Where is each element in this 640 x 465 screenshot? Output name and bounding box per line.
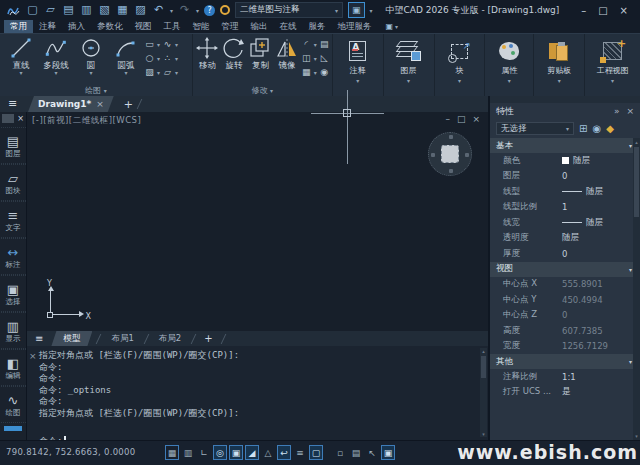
- qat-customize-dropdown-icon[interactable]: ▾: [370, 7, 373, 14]
- tab-output[interactable]: 输出: [245, 20, 274, 33]
- property-row-thickness[interactable]: 厚度 0: [490, 246, 640, 262]
- scroll-up-icon[interactable]: ▴: [633, 139, 640, 145]
- panel-engineering-views[interactable]: + 工程视图 ▾: [585, 34, 640, 96]
- property-row-layer[interactable]: 图层 0: [490, 169, 640, 185]
- section-view[interactable]: 视图 ▾: [490, 262, 640, 277]
- dyn-input-icon[interactable]: ↩: [277, 445, 291, 460]
- sidebar-item-select[interactable]: ▣ 选择: [1, 275, 26, 312]
- add-layout-button[interactable]: +: [200, 333, 216, 344]
- panel-label-draw[interactable]: 绘图 ▾: [0, 85, 192, 96]
- undo-dropdown-icon[interactable]: ▾: [170, 7, 173, 14]
- chevron-down-icon[interactable]: ▾: [54, 70, 57, 76]
- dyn-ucs-icon[interactable]: △: [261, 445, 275, 460]
- copy-tool[interactable]: 复制: [248, 36, 274, 78]
- polyline-tool[interactable]: 多段线 ▾: [39, 36, 73, 78]
- property-row-lineweight[interactable]: 线宽 随层: [490, 215, 640, 231]
- polar-icon[interactable]: ◎: [213, 445, 227, 460]
- qat-customize-button[interactable]: ▣: [348, 2, 365, 18]
- erase-tool[interactable]: ◺: [319, 53, 330, 64]
- workspace-dropdown[interactable]: 二维草图与注释 ▾: [235, 2, 343, 18]
- grid-icon[interactable]: ▦: [165, 445, 179, 460]
- tab-tools[interactable]: 工具: [158, 20, 187, 33]
- property-row-ucs[interactable]: 打开 UCS ... 是: [490, 385, 640, 401]
- scrollbar-thumb[interactable]: [634, 147, 639, 217]
- panel-block[interactable]: ↗ 块 ▾: [435, 34, 486, 96]
- close-tab-icon[interactable]: ×: [96, 99, 104, 109]
- scroll-down-icon[interactable]: ▾: [480, 431, 487, 437]
- selection-dropdown[interactable]: 无选择 ▾: [496, 122, 574, 135]
- tab-online[interactable]: 在线: [274, 20, 303, 33]
- property-row-annotation-scale[interactable]: 注释比例 1:1: [490, 369, 640, 385]
- property-row-width[interactable]: 宽度 1256.7129: [490, 339, 640, 355]
- save-icon[interactable]: ▤: [62, 3, 75, 17]
- copy-icon[interactable]: ▧: [98, 3, 111, 17]
- mirror-tool[interactable]: 镜像: [274, 36, 300, 78]
- property-row-center-x[interactable]: 中心点 X 555.8901: [490, 277, 640, 293]
- viewport-label[interactable]: [-][前视][二维线框][WCS]: [32, 115, 141, 127]
- property-row-transparency[interactable]: 透明度 随层: [490, 231, 640, 247]
- circle-tool[interactable]: 圆 ▾: [74, 36, 108, 78]
- sidebar-item-display[interactable]: ▥ 显示: [1, 312, 26, 349]
- tab-home[interactable]: 常用: [4, 20, 33, 33]
- property-row-linetype[interactable]: 线型 随层: [490, 184, 640, 200]
- redo-icon[interactable]: ↷: [178, 3, 191, 17]
- region-tool[interactable]: ▱ ▾: [162, 67, 178, 78]
- line-tool[interactable]: 直线 ▾: [4, 36, 38, 78]
- cursor-mode-icon[interactable]: ↖: [365, 445, 379, 460]
- save-as-icon[interactable]: ▥: [80, 3, 93, 17]
- pin-panel-icon[interactable]: »: [614, 106, 620, 116]
- section-other[interactable]: 其他 ▾: [490, 354, 640, 369]
- quick-select-icon[interactable]: ⊞: [579, 123, 587, 134]
- select-objects-icon[interactable]: ◉: [592, 123, 601, 134]
- point-tool[interactable]: ∴ ▾: [162, 53, 178, 64]
- close-command-icon[interactable]: ×: [29, 351, 37, 361]
- close-panel-icon[interactable]: ×: [626, 106, 634, 116]
- chevron-down-icon[interactable]: ▾: [508, 77, 511, 84]
- array-tool[interactable]: ▦ ▾: [301, 67, 317, 78]
- new-document-button[interactable]: +: [124, 98, 133, 111]
- chevron-down-icon[interactable]: ▾: [458, 77, 461, 84]
- hatch-tool[interactable]: ▨ ▾: [144, 67, 160, 78]
- viewport-close-icon[interactable]: ×: [472, 114, 480, 124]
- tab-view[interactable]: 视图: [129, 20, 158, 33]
- sidebar-item-edit[interactable]: ◧ 编辑: [1, 349, 26, 386]
- chevron-down-icon[interactable]: ▾: [356, 77, 359, 84]
- close-button[interactable]: ×: [620, 5, 628, 16]
- layout-tab-layout2[interactable]: 布局2: [153, 331, 187, 346]
- chevron-down-icon[interactable]: ▾: [19, 70, 22, 76]
- properties-scrollbar[interactable]: ▴ ▾: [633, 138, 640, 440]
- panel-clipboard[interactable]: 剪贴板 ▾: [534, 34, 585, 96]
- maximize-button[interactable]: □: [598, 5, 607, 16]
- chevron-down-icon[interactable]: ▾: [124, 70, 127, 76]
- viewport-restore-icon[interactable]: □: [457, 114, 466, 124]
- property-row-linetype-scale[interactable]: 线型比例 1: [490, 200, 640, 216]
- tab-manage[interactable]: 管理: [216, 20, 245, 33]
- osnap-icon[interactable]: ▣: [229, 445, 243, 460]
- help-icon[interactable]: ?: [204, 5, 215, 16]
- scroll-down-icon[interactable]: ▾: [633, 433, 640, 439]
- print-icon[interactable]: ▦: [116, 3, 129, 17]
- tab-services[interactable]: 服务: [303, 20, 332, 33]
- chevron-down-icon[interactable]: ▾: [611, 77, 614, 84]
- navigation-wheel[interactable]: [428, 132, 472, 176]
- panel-layers[interactable]: 图层 ▾: [384, 34, 435, 96]
- tab-smart[interactable]: 智能: [187, 20, 216, 33]
- trim-tool[interactable]: ▤: [319, 39, 330, 50]
- ortho-icon[interactable]: ∟: [197, 445, 211, 460]
- wheel-center[interactable]: [441, 145, 459, 163]
- property-row-center-z[interactable]: 中心点 Z 0: [490, 308, 640, 324]
- annotation-visibility-icon[interactable]: ▫: [333, 445, 347, 460]
- ellipse-tool[interactable]: ○ ▾: [144, 53, 160, 64]
- print-preview-icon[interactable]: ▨: [134, 3, 147, 17]
- sidebar-item-dimension[interactable]: ↔ 标注: [1, 238, 26, 275]
- layout-tab-layout1[interactable]: 布局1: [105, 331, 139, 346]
- move-tool[interactable]: 移动: [195, 36, 221, 78]
- chevron-down-icon[interactable]: ▾: [407, 77, 410, 84]
- gear-icon[interactable]: [220, 5, 230, 15]
- property-row-center-y[interactable]: 中心点 Y 450.4994: [490, 292, 640, 308]
- panel-label-modify[interactable]: 修改 ▾: [193, 85, 332, 96]
- tab-overflow-button[interactable]: ▣ ▾: [386, 20, 399, 33]
- app-logo-icon[interactable]: [6, 4, 21, 17]
- arc-tool[interactable]: 圆弧 ▾: [109, 36, 143, 78]
- otrack-icon[interactable]: ◢: [245, 445, 259, 460]
